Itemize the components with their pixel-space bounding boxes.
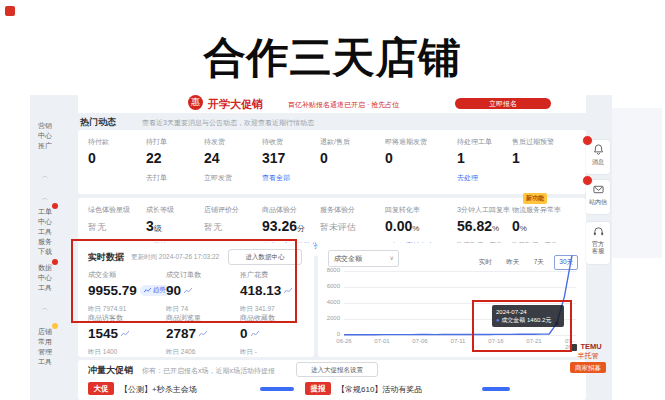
- campaign-card: 冲量大促销 你有：已开启报名x场，近期x场活动待提报 进入大促报名设置 大促 【…: [78, 360, 586, 400]
- metric-to-ship: 待发货 24 立即发货: [204, 137, 232, 183]
- handle-link[interactable]: 去处理: [457, 173, 492, 183]
- sidebar-item[interactable]: 管理: [32, 347, 58, 357]
- bell-icon: [593, 144, 604, 155]
- sidebar-group-marketing[interactable]: 营销 中心 推广: [32, 121, 58, 151]
- sidebar-item[interactable]: 常用: [32, 337, 58, 347]
- hot-section-title: 热门动态: [80, 116, 116, 129]
- campaign-item[interactable]: 【公测】+秒杀主会场: [120, 384, 197, 395]
- banner-logo-icon: 惠: [188, 95, 203, 110]
- red-corner-mark: [5, 6, 15, 16]
- sidebar-item[interactable]: 中心: [32, 131, 58, 141]
- annotation-rect-tooltip: [472, 300, 572, 352]
- sidebar-item[interactable]: 服务: [32, 237, 58, 247]
- chevron-up-icon[interactable]: ︿: [32, 171, 58, 181]
- sidebar-item[interactable]: 店铺: [32, 327, 58, 337]
- chevron-up-icon[interactable]: ︿: [32, 193, 58, 203]
- campaign-subtitle: 你有：已开启报名x场，近期x场活动待提报: [142, 366, 275, 376]
- headset-icon: [593, 226, 604, 237]
- sidebar-group-shop[interactable]: 店铺 常用 管理 工具: [32, 327, 58, 367]
- campaign-item[interactable]: 【常规610】活动有奖品: [337, 384, 422, 395]
- mail-icon: [593, 184, 604, 195]
- chevron-up-icon[interactable]: ︿: [32, 303, 58, 313]
- ship-now-link[interactable]: 立即发货: [204, 173, 232, 183]
- banner-signup-button[interactable]: 立即报名: [455, 98, 551, 109]
- campaign-progress-bar: [260, 387, 294, 391]
- sidebar-group-workorder[interactable]: 工单 中心 工具 服务 下载: [32, 207, 58, 257]
- new-feature-badge: 新功能: [523, 193, 547, 204]
- metric-refund: 退款/售后 0: [320, 137, 350, 166]
- metric-green-star: 绿色体验星级 暂无: [88, 205, 130, 234]
- metric-service-experience: 服务体验分 暂未评估: [320, 205, 356, 234]
- hot-section-subtitle: 查看近3天重要消息与公告动态，欢迎查看近期行情动态: [142, 118, 314, 128]
- sidebar-item[interactable]: 中心: [32, 273, 58, 283]
- campaign-badge: 提报: [305, 382, 331, 395]
- screenshot-page: 合作三天店铺 营销 中心 推广 ︿ ︿ 工单 中心 工具 服务 下载 数据 中心: [0, 0, 665, 400]
- promo-banner[interactable]: 惠 开学大促销 百亿补贴报名通道已开启 · 抢先占位 立即报名: [78, 95, 586, 113]
- banner-subtitle: 百亿补贴报名通道已开启 · 抢先占位: [288, 100, 399, 110]
- metric-shop-score: 店铺评价分 暂无: [204, 205, 239, 234]
- page-title: 合作三天店铺: [0, 30, 665, 86]
- notification-badge: [582, 175, 593, 186]
- trend-icon[interactable]: [121, 330, 129, 338]
- metric-to-print: 待打单 22 去打单: [146, 137, 167, 183]
- official-service-tool[interactable]: 官方 客服: [586, 222, 610, 264]
- campaign-title: 冲量大促销: [88, 364, 133, 377]
- sidebar-group-data[interactable]: 数据 中心 工具: [32, 263, 58, 293]
- campaign-badge: 大促: [88, 382, 114, 395]
- metric-work-orders: 待处理工单 1 去处理: [457, 137, 492, 183]
- dashboard-right-margin: [612, 108, 662, 258]
- metric-to-receive: 待收货 317 查看全部: [262, 137, 290, 183]
- sidebar-item[interactable]: 工具: [32, 227, 58, 237]
- temu-recruit-badge[interactable]: 商家招募: [570, 362, 606, 373]
- sidebar-item[interactable]: 中心: [32, 217, 58, 227]
- sidebar-item[interactable]: 下载: [32, 247, 58, 257]
- notification-badge: [582, 135, 593, 146]
- go-print-link[interactable]: 去打单: [146, 173, 167, 183]
- campaign-signup-button[interactable]: 进入大促报名设置: [296, 362, 378, 377]
- sidebar-item[interactable]: 营销: [32, 121, 58, 131]
- sidebar-item[interactable]: 推广: [32, 141, 58, 151]
- todo-metrics-card: 待付款 0 待打单 22 去打单 待发货 24 立即发货 待收货 317 查看全…: [78, 130, 586, 194]
- temu-widget[interactable]: TEMU 半托管 商家招募: [570, 342, 606, 373]
- annotation-rect-realtime: [71, 239, 297, 323]
- metric-overdue-soon: 即将逾期发货 0: [385, 137, 427, 166]
- sidebar-item[interactable]: 工具: [32, 357, 58, 367]
- sidebar-item[interactable]: 数据: [32, 263, 58, 273]
- view-all-link[interactable]: 查看全部: [262, 173, 290, 183]
- metric-aftersale-warning: 售后过期预警 1: [512, 137, 554, 166]
- trend-icon[interactable]: [251, 330, 259, 338]
- trend-icon[interactable]: [199, 330, 207, 338]
- sidebar-item[interactable]: 工单: [32, 207, 58, 217]
- sidebar-item[interactable]: 工具: [32, 283, 58, 293]
- campaign-progress-bar: [482, 387, 510, 391]
- banner-title: 开学大促销: [208, 97, 263, 112]
- metric-pending-payment: 待付款 0: [88, 137, 109, 166]
